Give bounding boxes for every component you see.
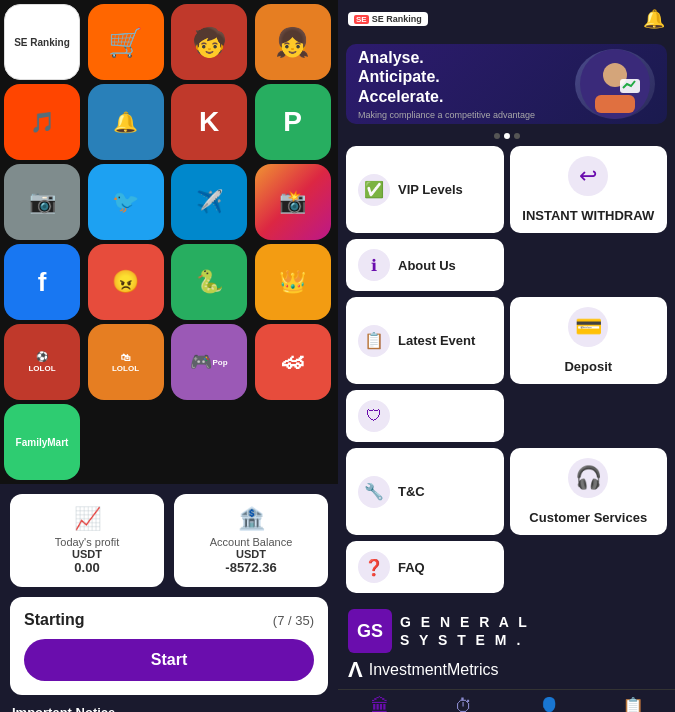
banner-headline: Analyse. Anticipate. Accelerate. bbox=[358, 48, 535, 106]
about-label: About Us bbox=[398, 258, 456, 273]
logo-icon: SE bbox=[354, 15, 369, 24]
todays-profit-card: 📈 Today's profit USDT 0.00 bbox=[10, 494, 164, 587]
app-pop[interactable]: 🎮Pop bbox=[171, 324, 247, 400]
cert-icon: 🛡 bbox=[358, 400, 390, 432]
start-button[interactable]: Start bbox=[24, 639, 314, 681]
app-bell[interactable]: 🔔 bbox=[88, 84, 164, 160]
app-grid: SE Ranking 🛒 🧒 👧 🎵 🔔 K P 📷 🐦 ✈️ 📸 f 😠 🐍 … bbox=[0, 0, 338, 484]
instant-withdraw-btn[interactable]: ↩ INSTANT WITHDRAW bbox=[510, 146, 668, 233]
dot-2 bbox=[504, 133, 510, 139]
profit-icon: 📈 bbox=[22, 506, 152, 532]
account-balance-value: -8572.36 bbox=[186, 560, 316, 575]
gs-logo: GS bbox=[348, 609, 392, 653]
investment-text: InvestmentMetrics bbox=[369, 661, 499, 679]
latest-event-btn[interactable]: 📋 Latest Event bbox=[346, 297, 504, 384]
account-balance-card: 🏦 Account Balance USDT -8572.36 bbox=[174, 494, 328, 587]
right-starting-icon: ⏱ bbox=[455, 696, 473, 712]
app-snake[interactable]: 🐍 bbox=[171, 244, 247, 320]
deposit-label: Deposit bbox=[564, 359, 612, 374]
todays-profit-label: Today's profit bbox=[22, 536, 152, 548]
banner-pagination bbox=[338, 133, 675, 139]
customer-services-btn[interactable]: 🎧 Customer Services bbox=[510, 448, 668, 535]
right-nav-home[interactable]: 🏛 Home bbox=[338, 696, 422, 712]
investment-metrics-row: Λ InvestmentMetrics bbox=[348, 657, 665, 683]
app-soundcloud[interactable]: 🎵 bbox=[4, 84, 80, 160]
event-label: Latest Event bbox=[398, 333, 475, 348]
app-twitter[interactable]: 🐦 bbox=[88, 164, 164, 240]
app-cam[interactable]: 📷 bbox=[4, 164, 80, 240]
app-telegram[interactable]: ✈️ bbox=[171, 164, 247, 240]
menu-section: ✅ VIP Levels ↩ INSTANT WITHDRAW ℹ About … bbox=[338, 142, 675, 603]
app-togo[interactable]: 🛒 bbox=[88, 4, 164, 80]
app-game[interactable]: 🏎 bbox=[255, 324, 331, 400]
logo-section: GS G E N E R A LS Y S T E M . Λ Investme… bbox=[338, 603, 675, 689]
right-header: SE SE Ranking 🔔 bbox=[338, 0, 675, 38]
faq-icon: ❓ bbox=[358, 551, 390, 583]
app-seranking[interactable]: SE Ranking bbox=[4, 4, 80, 80]
withdraw-label: INSTANT WITHDRAW bbox=[522, 208, 654, 223]
customer-icon: 🎧 bbox=[568, 458, 608, 498]
app-instagram[interactable]: 📸 bbox=[255, 164, 331, 240]
right-nav-starting[interactable]: ⏱ Starting bbox=[422, 696, 506, 712]
starting-title: Starting bbox=[24, 611, 84, 629]
svg-rect-2 bbox=[595, 95, 635, 113]
banner-subtitle: Making compliance a competitive advantag… bbox=[358, 110, 535, 120]
dot-3 bbox=[514, 133, 520, 139]
right-history-icon: 📋 bbox=[622, 696, 644, 712]
right-nav-history[interactable]: 📋 History bbox=[591, 696, 675, 712]
logo-text: SE Ranking bbox=[372, 14, 422, 24]
account-balance-currency: USDT bbox=[186, 548, 316, 560]
investment-logo-icon: Λ bbox=[348, 657, 363, 683]
right-panel: SE SE Ranking 🔔 Analyse. Anticipate. Acc… bbox=[338, 0, 675, 712]
app-bag[interactable]: 🛍LOLOL bbox=[88, 324, 164, 400]
balance-icon: 🏦 bbox=[186, 506, 316, 532]
tnc-btn[interactable]: 🔧 T&C bbox=[346, 448, 504, 535]
right-profile-icon: 👤 bbox=[538, 696, 560, 712]
left-panel: SE Ranking 🛒 🧒 👧 🎵 🔔 K P 📷 🐦 ✈️ 📸 f 😠 🐍 … bbox=[0, 0, 338, 712]
deposit-icon: 💳 bbox=[568, 307, 608, 347]
vip-icon: ✅ bbox=[358, 174, 390, 206]
general-system-text: G E N E R A LS Y S T E M . bbox=[400, 613, 530, 649]
starting-header: Starting (7 / 35) bbox=[24, 611, 314, 629]
app-p[interactable]: P bbox=[255, 84, 331, 160]
header-logo: SE SE Ranking bbox=[348, 12, 428, 26]
about-us-btn[interactable]: ℹ About Us bbox=[346, 239, 504, 291]
faq-btn[interactable]: ❓ FAQ bbox=[346, 541, 504, 593]
app-crown[interactable]: 👑 bbox=[255, 244, 331, 320]
todays-profit-currency: USDT bbox=[22, 548, 152, 560]
account-balance-label: Account Balance bbox=[186, 536, 316, 548]
left-content: 📈 Today's profit USDT 0.00 🏦 Account Bal… bbox=[0, 484, 338, 712]
tnc-label: T&C bbox=[398, 484, 425, 499]
todays-profit-value: 0.00 bbox=[22, 560, 152, 575]
banner-text: Analyse. Anticipate. Accelerate. Making … bbox=[358, 48, 535, 120]
app-ball[interactable]: ⚽LOLOL bbox=[4, 324, 80, 400]
app-person1[interactable]: 🧒 bbox=[171, 4, 247, 80]
app-k[interactable]: K bbox=[171, 84, 247, 160]
right-home-icon: 🏛 bbox=[371, 696, 389, 712]
tnc-icon: 🔧 bbox=[358, 476, 390, 508]
cert-btn[interactable]: 🛡 bbox=[346, 390, 504, 442]
event-icon: 📋 bbox=[358, 325, 390, 357]
promo-banner[interactable]: Analyse. Anticipate. Accelerate. Making … bbox=[346, 44, 667, 124]
app-facebook[interactable]: f bbox=[4, 244, 80, 320]
vip-label: VIP Levels bbox=[398, 182, 463, 197]
notice-section: Important Notice • Working hours: 00:00:… bbox=[10, 705, 328, 712]
withdraw-icon: ↩ bbox=[568, 156, 608, 196]
right-nav-myprofile[interactable]: 👤 My Profile bbox=[507, 696, 591, 712]
right-bottom-nav: 🏛 Home ⏱ Starting 👤 My Profile 📋 History bbox=[338, 689, 675, 712]
notification-bell-icon[interactable]: 🔔 bbox=[643, 8, 665, 30]
deposit-btn[interactable]: 💳 Deposit bbox=[510, 297, 668, 384]
general-system-row: GS G E N E R A LS Y S T E M . bbox=[348, 609, 665, 653]
stats-row: 📈 Today's profit USDT 0.00 🏦 Account Bal… bbox=[10, 494, 328, 587]
vip-levels-btn[interactable]: ✅ VIP Levels bbox=[346, 146, 504, 233]
notice-title: Important Notice bbox=[12, 705, 326, 712]
about-icon: ℹ bbox=[358, 249, 390, 281]
app-familymart[interactable]: FamilyMart bbox=[4, 404, 80, 480]
app-person2[interactable]: 👧 bbox=[255, 4, 331, 80]
faq-label: FAQ bbox=[398, 560, 425, 575]
starting-count: (7 / 35) bbox=[273, 613, 314, 628]
customer-label: Customer Services bbox=[529, 510, 647, 525]
starting-card: Starting (7 / 35) Start bbox=[10, 597, 328, 695]
app-angrybirds[interactable]: 😠 bbox=[88, 244, 164, 320]
banner-image bbox=[575, 49, 655, 119]
